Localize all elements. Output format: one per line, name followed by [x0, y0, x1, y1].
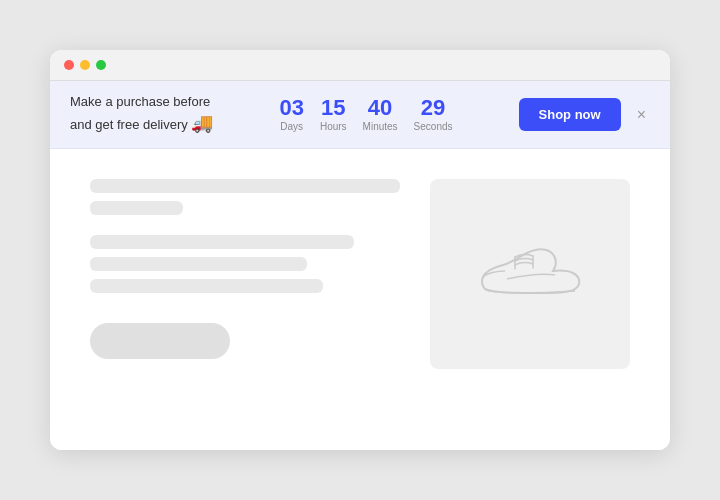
banner-close-button[interactable]: × — [633, 104, 650, 126]
skeleton-line — [90, 279, 323, 293]
countdown-minutes: 40 Minutes — [363, 97, 398, 132]
days-label: Days — [280, 121, 303, 132]
browser-chrome — [50, 50, 670, 81]
banner-message: Make a purchase before and get free deli… — [70, 93, 213, 136]
hours-label: Hours — [320, 121, 347, 132]
dot-red[interactable] — [64, 60, 74, 70]
product-image-placeholder — [430, 179, 630, 369]
skeleton-desc-group — [90, 235, 400, 293]
seconds-value: 29 — [421, 97, 445, 119]
skeleton-line — [90, 257, 307, 271]
seconds-label: Seconds — [414, 121, 453, 132]
banner-left: Make a purchase before and get free deli… — [70, 93, 213, 136]
shop-now-button[interactable]: Shop now — [519, 98, 621, 131]
skeleton-line — [90, 179, 400, 193]
banner-line1: Make a purchase before — [70, 94, 210, 109]
page-content — [50, 149, 670, 450]
minutes-value: 40 — [368, 97, 392, 119]
countdown-timer: 03 Days 15 Hours 40 Minutes 29 Seconds — [279, 97, 452, 132]
shoe-icon — [475, 239, 585, 309]
skeleton-title-group — [90, 179, 400, 215]
content-right — [430, 179, 630, 420]
banner-line2: and get free delivery — [70, 117, 188, 132]
days-value: 03 — [279, 97, 303, 119]
banner-actions: Shop now × — [519, 98, 650, 131]
countdown-days: 03 Days — [279, 97, 303, 132]
skeleton-line — [90, 235, 354, 249]
skeleton-line — [90, 201, 183, 215]
delivery-emoji: 🚚 — [191, 113, 213, 133]
countdown-hours: 15 Hours — [320, 97, 347, 132]
content-left — [90, 179, 400, 420]
browser-window: Make a purchase before and get free deli… — [50, 50, 670, 450]
countdown-seconds: 29 Seconds — [414, 97, 453, 132]
minutes-label: Minutes — [363, 121, 398, 132]
dot-green[interactable] — [96, 60, 106, 70]
hours-value: 15 — [321, 97, 345, 119]
skeleton-cta — [90, 323, 230, 359]
promo-banner: Make a purchase before and get free deli… — [50, 81, 670, 149]
dot-yellow[interactable] — [80, 60, 90, 70]
